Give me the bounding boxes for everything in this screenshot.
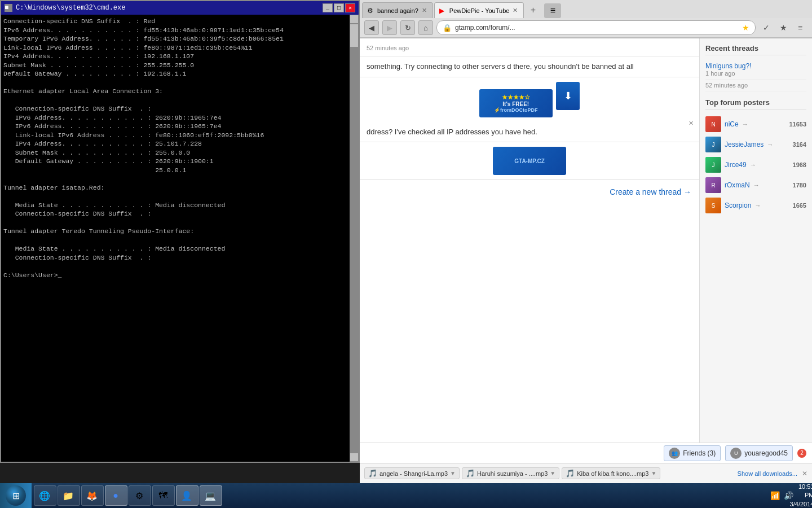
poster-1[interactable]: J JessieJames → 3164 — [705, 134, 806, 155]
ad-free-label: It's FREE! — [494, 101, 538, 107]
cmd-icon: 💻 — [205, 490, 216, 501]
tab-options-button[interactable]: ≡ — [544, 3, 561, 18]
download-icon-0: 🎵 — [368, 469, 377, 478]
tray-network-icon[interactable]: 📶 — [769, 490, 780, 501]
download-name-0: angela - Shangri-La.mp3 — [379, 470, 448, 477]
taskbar-steam[interactable]: ⚙ — [129, 485, 151, 506]
create-new-thread-link[interactable]: Create a new thread → — [610, 187, 691, 196]
start-button[interactable]: ⊞ — [0, 483, 32, 508]
poster-4-avatar: S — [705, 198, 721, 213]
taskbar-cmd[interactable]: 💻 — [200, 485, 222, 506]
recent-thread-1[interactable]: 52 minutes ago — [705, 80, 806, 91]
download-chevron-0[interactable]: ▼ — [450, 470, 456, 476]
taskbar-items: 🌐 📁 🦊 ● ⚙ 🗺 👤 💻 — [32, 485, 765, 506]
cmd-scrollbar[interactable]: ▲ ▼ — [350, 15, 359, 462]
download-item-1[interactable]: 🎵 Haruhi suzumiya - ....mp3 ▼ — [462, 467, 559, 479]
download-chevron-2[interactable]: ▼ — [651, 470, 656, 476]
ad-banner-2[interactable]: GTA-MP.CZ — [360, 142, 699, 179]
back-button[interactable]: ◀ — [364, 20, 379, 35]
poster-4-arrow: → — [754, 202, 761, 209]
chat-badge[interactable]: 2 — [797, 449, 806, 458]
cmd-minimize-button[interactable]: _ — [323, 3, 333, 12]
forum-sidebar: Recent threads Miniguns bug?! 1 hour ago… — [699, 38, 812, 463]
browser-chrome: ⚙ banned again? ✕ ▶ PewDiePie - YouTube … — [360, 0, 812, 38]
poster-0[interactable]: N niCe → 11653 — [705, 114, 806, 134]
taskbar-firefox[interactable]: 🦊 — [81, 485, 104, 506]
tray-clock-icon: 10:51 PM 3/4/2014 — [796, 490, 807, 501]
recent-threads-title: Recent threads — [705, 44, 806, 55]
post-time: 52 minutes ago — [367, 45, 409, 51]
home-button[interactable]: ⌂ — [418, 20, 433, 35]
taskbar-explorer[interactable]: 📁 — [58, 485, 80, 506]
poster-4-name[interactable]: Scorpion — [725, 202, 751, 209]
tab-youtube-close-button[interactable]: ✕ — [511, 7, 519, 14]
user-icon: 👤 — [181, 490, 192, 501]
poster-3-arrow: → — [753, 182, 760, 189]
cmd-maximize-button[interactable]: □ — [334, 3, 344, 12]
browser-content: 52 minutes ago something. Try connecting… — [360, 38, 812, 463]
recent-thread-0[interactable]: Miniguns bug?! 1 hour ago — [705, 60, 806, 80]
menu-button[interactable]: ≡ — [793, 20, 807, 35]
forum-main-area: 52 minutes ago something. Try connecting… — [360, 38, 812, 463]
cmd-scroll-down-button[interactable]: ▼ — [350, 453, 359, 462]
tab-banned-close-button[interactable]: ✕ — [421, 7, 428, 14]
cmd-scroll-track[interactable] — [350, 24, 359, 453]
download-icon-2: 🎵 — [566, 469, 575, 478]
recent-thread-0-link[interactable]: Miniguns bug?! — [705, 62, 806, 70]
recent-thread-1-time: 52 minutes ago — [705, 82, 806, 89]
taskbar-chrome[interactable]: ● — [105, 485, 127, 506]
poster-2-score: 1968 — [793, 161, 806, 168]
thread-area: 52 minutes ago something. Try connecting… — [360, 38, 699, 463]
taskbar-maps[interactable]: 🗺 — [152, 485, 175, 506]
taskbar-ie[interactable]: 🌐 — [34, 485, 56, 506]
forward-button[interactable]: ▶ — [382, 20, 397, 35]
tab-banned-favicon: ⚙ — [367, 7, 375, 15]
refresh-button[interactable]: ↻ — [400, 20, 415, 35]
poster-3-avatar: R — [705, 177, 721, 193]
poster-0-avatar: N — [705, 116, 721, 132]
extensions-button[interactable]: ✓ — [759, 20, 774, 35]
ad-gta-label: GTA-MP.CZ — [514, 158, 545, 164]
poster-0-name[interactable]: niCe — [725, 120, 739, 128]
taskbar-user[interactable]: 👤 — [176, 485, 198, 506]
cmd-close-button[interactable]: ✕ — [345, 3, 355, 12]
download-name-1: Haruhi suzumiya - ....mp3 — [477, 470, 548, 477]
chat-bar: 👥 Friends (3) U youaregood45 2 — [360, 443, 812, 463]
tab-youtube[interactable]: ▶ PewDiePie - YouTube ✕ — [434, 2, 524, 18]
new-tab-button[interactable]: + — [525, 2, 541, 18]
download-bar-close-button[interactable]: ✕ — [802, 470, 807, 478]
poster-4-score: 1665 — [793, 202, 806, 209]
ad-arrow-1[interactable]: ⬇ — [556, 82, 580, 110]
windows-logo: ⊞ — [12, 491, 20, 501]
ad-banner-1[interactable]: ★★★★☆ It's FREE! ⚡fromDOCtoPDF ⬇ ✕ — [360, 77, 699, 122]
poster-4[interactable]: S Scorpion → 1665 — [705, 195, 806, 216]
download-icon-1: 🎵 — [466, 469, 475, 478]
firefox-icon: 🦊 — [86, 490, 98, 501]
toolbar-extra-icons: ✓ ★ ≡ — [759, 20, 807, 35]
ad-image-2[interactable]: GTA-MP.CZ — [493, 147, 566, 175]
download-item-2[interactable]: 🎵 Kiba of kiba ft kono....mp3 ▼ — [562, 467, 660, 479]
chrome-icon: ● — [110, 490, 121, 501]
user-chat-button[interactable]: U youaregood45 — [725, 445, 793, 461]
cmd-scroll-up-button[interactable]: ▲ — [350, 15, 359, 24]
address-bar[interactable]: 🔒 gtamp.com/forum/... ★ — [436, 20, 756, 35]
ad-close-1[interactable]: ✕ — [689, 117, 694, 128]
friends-chat-button[interactable]: 👥 Friends (3) — [664, 445, 721, 461]
star-button[interactable]: ★ — [776, 20, 791, 35]
poster-3[interactable]: R rOxmaN → 1780 — [705, 175, 806, 195]
cmd-title-area: ■ C:\Windows\system32\cmd.exe — [5, 4, 125, 12]
poster-2[interactable]: J Jirce49 → 1968 — [705, 155, 806, 175]
cmd-scroll-thumb[interactable] — [350, 24, 358, 47]
download-chevron-1[interactable]: ▼ — [550, 470, 555, 476]
show-all-downloads-link[interactable]: Show all downloads... — [738, 470, 797, 477]
download-item-0[interactable]: 🎵 angela - Shangri-La.mp3 ▼ — [364, 467, 460, 479]
download-bar: 🎵 angela - Shangri-La.mp3 ▼ 🎵 Haruhi suz… — [360, 463, 812, 483]
ad-brand-label: ⚡fromDOCtoPDF — [494, 107, 538, 113]
poster-2-name[interactable]: Jirce49 — [725, 161, 747, 169]
browser-window: ⚙ banned again? ✕ ▶ PewDiePie - YouTube … — [360, 0, 812, 463]
tab-banned[interactable]: ⚙ banned again? ✕ — [362, 2, 433, 18]
tab-youtube-label: PewDiePie - YouTube — [449, 7, 510, 14]
poster-3-name[interactable]: rOxmaN — [725, 181, 750, 189]
ad-image-1[interactable]: ★★★★☆ It's FREE! ⚡fromDOCtoPDF — [479, 89, 553, 117]
poster-1-name[interactable]: JessieJames — [725, 141, 764, 148]
